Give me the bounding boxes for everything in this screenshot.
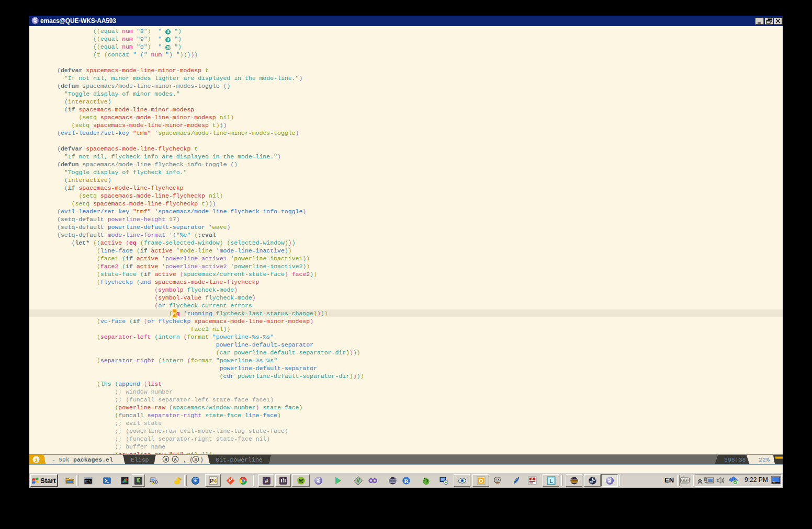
svg-text:H: H xyxy=(164,457,167,463)
svg-text:59k: 59k xyxy=(59,456,70,463)
svg-text:Git-powerline: Git-powerline xyxy=(216,456,263,463)
svg-text:A: A xyxy=(174,457,177,463)
svg-text:Elisp: Elisp xyxy=(131,456,149,463)
svg-text:L: L xyxy=(549,477,553,484)
svg-text:-: - xyxy=(52,456,55,463)
svg-text:22%: 22% xyxy=(759,456,770,463)
svg-text:1: 1 xyxy=(35,457,38,463)
svg-text:O: O xyxy=(479,477,483,484)
svg-text:,: , xyxy=(183,456,187,463)
svg-text:R: R xyxy=(404,478,409,484)
svg-text:packages.el: packages.el xyxy=(73,456,113,463)
svg-text:P4: P4 xyxy=(210,477,217,484)
svg-text:V: V xyxy=(356,477,360,484)
svg-text:C:\: C:\ xyxy=(85,480,91,484)
svg-text:#: # xyxy=(265,477,268,484)
svg-text:395:38: 395:38 xyxy=(724,456,746,463)
svg-text:E: E xyxy=(532,478,534,481)
svg-text:S: S xyxy=(194,457,197,463)
svg-text:): ) xyxy=(200,456,204,463)
